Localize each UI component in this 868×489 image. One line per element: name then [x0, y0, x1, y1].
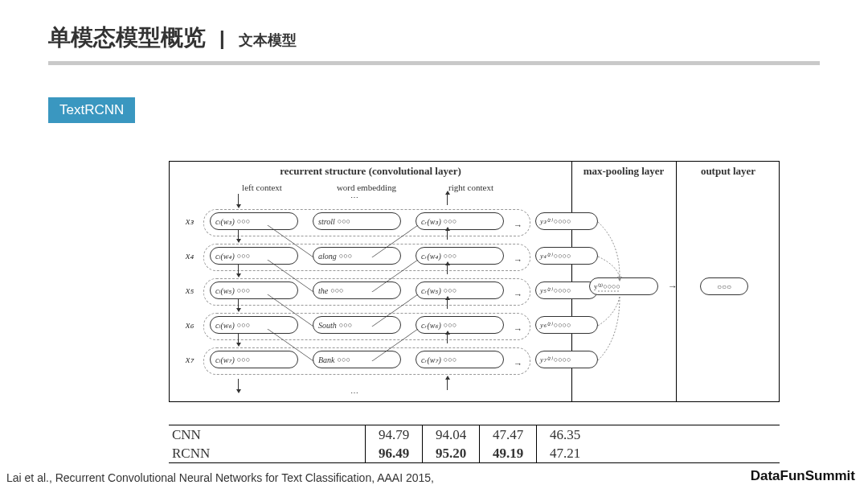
- value-cell: 94.79: [365, 425, 422, 444]
- y-node: y₃⁽²⁾○○○○: [535, 212, 598, 230]
- vector-dots-icon: ○○○○: [554, 286, 571, 294]
- arrow-icon: →: [514, 255, 522, 265]
- arrow-icon: →: [668, 281, 678, 293]
- architecture-figure: recurrent structure (convolutional layer…: [169, 161, 780, 402]
- value-cell: 49.19: [479, 444, 536, 462]
- vector-dots-icon: ○○○: [444, 321, 457, 329]
- vector-dots-icon: ○○○: [444, 286, 457, 294]
- vector-dots-icon: ○○○: [339, 321, 352, 329]
- y-node: y₆⁽²⁾○○○○: [535, 316, 598, 334]
- vector-dots-icon: ○○○○: [554, 321, 571, 329]
- vector-dots-icon: ○○○: [237, 217, 250, 225]
- vector-dots-icon: ○○○: [444, 252, 457, 260]
- col-header-output: output layer: [676, 165, 780, 178]
- title-sub: 文本模型: [239, 32, 297, 48]
- right-context-node: cᵣ(w₆)○○○: [416, 316, 504, 334]
- value-cell: 96.49: [365, 444, 422, 462]
- right-context-node: cᵣ(w₅)○○○: [416, 281, 504, 299]
- vector-dots-icon: ○○○: [444, 217, 457, 225]
- left-context-node: cₗ(w₅)○○○: [210, 281, 298, 299]
- citation: Lai et al., Recurrent Convolutional Neur…: [6, 471, 434, 484]
- model-cell: RCNN: [169, 446, 365, 462]
- vector-dots-icon: ○○○: [339, 252, 352, 260]
- arrow-icon: [447, 334, 448, 343]
- value-cell: 47.47: [479, 425, 536, 444]
- title-main: 单模态模型概览: [48, 25, 206, 50]
- col-header-pool: max-pooling layer: [571, 165, 676, 178]
- subhead-right: right context: [423, 183, 519, 192]
- arrow-icon: [238, 265, 239, 274]
- arrow-icon: [238, 299, 239, 309]
- subhead-left: left context: [214, 183, 310, 192]
- x-label: x₃: [186, 216, 194, 228]
- table-row: RCNN 96.49 95.20 49.19 47.21: [169, 444, 780, 462]
- vector-dots-icon: ○○○○: [554, 252, 571, 260]
- title-rule: [48, 61, 820, 65]
- model-badge: TextRCNN: [48, 97, 135, 123]
- y-node: y₄⁽²⁾○○○○: [535, 247, 598, 265]
- ellipsis-top: ⋯: [350, 193, 358, 202]
- word-node: the○○○: [313, 281, 401, 299]
- word-node: along○○○: [313, 247, 401, 265]
- arrow-icon: [238, 230, 239, 240]
- slide: 单模态模型概览 | 文本模型 TextRCNN recurrent struct…: [0, 0, 868, 489]
- pool-label: y⁽³⁾: [594, 282, 603, 290]
- arrow-icon: →: [514, 220, 522, 230]
- arrow-icon: [238, 379, 239, 390]
- word-node: stroll○○○: [313, 212, 401, 230]
- arrow-icon: [447, 379, 448, 390]
- arrow-icon: [447, 194, 448, 205]
- pool-node: y⁽³⁾ ○○○○: [589, 277, 658, 295]
- slide-title: 单模态模型概览 | 文本模型: [0, 0, 868, 53]
- vector-dots-icon: ○○○: [338, 217, 350, 225]
- arrow-icon: →: [514, 359, 522, 368]
- vector-dots-icon: ○○○: [237, 355, 250, 364]
- word-node: Bank○○○: [313, 351, 401, 368]
- word-node: South○○○: [313, 316, 401, 334]
- right-context-node: cᵣ(w₄)○○○: [416, 247, 504, 265]
- value-cell: 46.35: [536, 425, 593, 444]
- model-cell: CNN: [169, 427, 365, 443]
- value-cell: 95.20: [422, 444, 479, 462]
- vector-dots-icon: ○○○: [237, 286, 250, 294]
- vector-dots-icon: ○○○: [237, 321, 250, 329]
- event-logo: DataFunSummit: [751, 468, 855, 484]
- ellipsis-bottom: ⋯: [350, 388, 358, 397]
- output-node: ○○○: [700, 277, 748, 295]
- vector-dots-icon: ○○○: [717, 282, 731, 291]
- arrow-icon: [238, 194, 239, 205]
- subhead-word: word embedding: [318, 183, 415, 192]
- arrow-icon: [447, 299, 448, 309]
- right-context-node: cᵣ(w₃)○○○: [416, 212, 504, 230]
- vector-dots-icon: ○○○○: [554, 217, 571, 225]
- left-context-node: cₗ(w₄)○○○: [210, 247, 298, 265]
- x-label: x₅: [186, 285, 194, 297]
- results-table: CNN 94.79 94.04 47.47 46.35 RCNN 96.49 9…: [169, 425, 780, 463]
- vector-dots-icon: ○○○○: [603, 282, 620, 290]
- left-context-node: cₗ(w₃)○○○: [210, 212, 298, 230]
- right-context-node: cᵣ(w₇)○○○: [416, 351, 504, 368]
- title-separator: |: [214, 27, 230, 49]
- col-header-recurrent: recurrent structure (convolutional layer…: [170, 165, 571, 178]
- x-label: x₇: [186, 354, 194, 366]
- arrow-icon: →: [514, 324, 522, 334]
- value-cell: 47.21: [536, 444, 593, 462]
- x-label: x₄: [186, 250, 194, 262]
- vector-dots-icon: ○○○: [330, 286, 343, 294]
- arrow-icon: [447, 265, 448, 274]
- vector-dots-icon: ○○○○: [554, 355, 571, 364]
- table-row: CNN 94.79 94.04 47.47 46.35: [169, 425, 780, 444]
- arrow-icon: [238, 334, 239, 343]
- arrow-icon: →: [514, 290, 522, 299]
- vector-dots-icon: ○○○: [338, 355, 350, 364]
- left-context-node: cₗ(w₇)○○○: [210, 351, 298, 368]
- vector-dots-icon: ○○○: [237, 252, 250, 260]
- arrow-icon: [447, 230, 448, 240]
- table-rule-bottom: [169, 462, 780, 463]
- y-node: y₇⁽²⁾○○○○: [535, 351, 598, 368]
- left-context-node: cₗ(w₆)○○○: [210, 316, 298, 334]
- vector-dots-icon: ○○○: [444, 355, 457, 364]
- value-cell: 94.04: [422, 425, 479, 444]
- x-label: x₆: [186, 319, 194, 331]
